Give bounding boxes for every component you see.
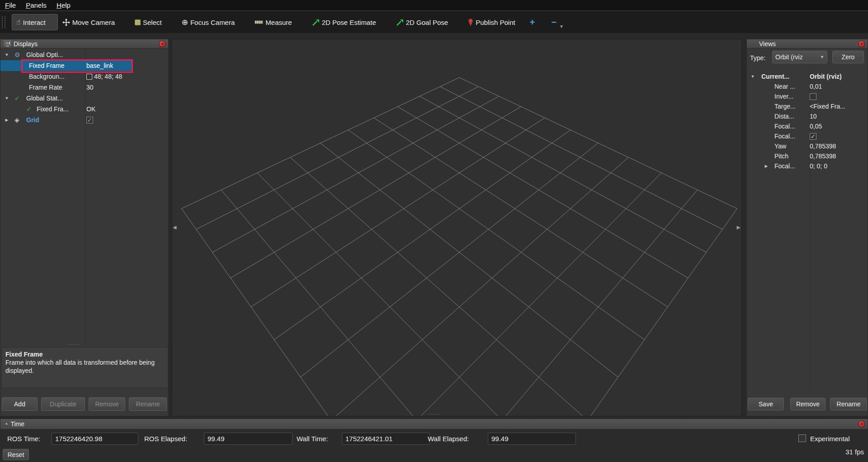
toolbar-overflow-icon[interactable]: ▼ — [559, 24, 564, 29]
displays-panel: Displays ✕ ▼ ⚙ Global Opti... Fixed Fram… — [0, 39, 169, 416]
tree-row-near-clip[interactable]: Near ... 0,01 — [747, 81, 868, 92]
remove-view-button[interactable]: Remove — [790, 398, 826, 410]
add-button[interactable]: Add — [2, 397, 38, 411]
row-value[interactable]: 10 — [810, 113, 817, 120]
horizontal-splitter-handle[interactable]: ······· — [428, 413, 440, 415]
view-type-row: Type: Orbit (rviz ▼ Zero — [747, 50, 868, 66]
toolbar-drag-handle-icon[interactable] — [2, 16, 5, 28]
remove-tool-button[interactable]: − — [551, 17, 557, 28]
invert-z-cell — [810, 93, 816, 100]
tree-row-global-status[interactable]: ▼ ✓ Global Stat... — [0, 93, 169, 104]
move-camera-label: Move Camera — [72, 19, 115, 26]
color-swatch — [86, 74, 92, 80]
zero-button[interactable]: Zero — [832, 51, 864, 63]
wall-time-field[interactable]: 1752246421.01 — [342, 433, 430, 445]
time-panel-header[interactable]: ◔ Time ✕ — [0, 419, 868, 429]
focus-camera-tool-button[interactable]: ⊕ Focus Camera — [182, 19, 235, 26]
expander-closed-icon[interactable]: ▶ — [764, 164, 769, 168]
add-tool-button[interactable]: + — [530, 17, 535, 28]
menu-help[interactable]: Help — [52, 1, 75, 10]
menu-file[interactable]: File — [0, 1, 21, 10]
toolbar: ☝ Interact Move Camera Select ⊕ Focus Ca… — [0, 11, 868, 33]
select-tool-button[interactable]: Select — [135, 19, 162, 26]
measure-tool-button[interactable]: Measure — [255, 19, 292, 26]
close-icon[interactable]: ✕ — [159, 41, 165, 47]
duplicate-button[interactable]: Duplicate — [41, 397, 85, 411]
ros-time-field[interactable]: 1752246420.98 — [52, 433, 138, 445]
green-arrow-icon — [396, 19, 404, 26]
tree-row-yaw[interactable]: Yaw 0,785398 — [747, 141, 868, 152]
wall-elapsed-field[interactable]: 99.49 — [488, 433, 576, 445]
row-label: Grid — [26, 116, 39, 124]
tree-row-fixed-frame-status[interactable]: ✓ Fixed Fra... OK — [0, 104, 169, 114]
expander-closed-icon[interactable]: ▶ — [4, 118, 9, 122]
tree-row-pitch[interactable]: Pitch 0,785398 — [747, 151, 868, 162]
remove-button[interactable]: Remove — [89, 397, 125, 411]
tree-row-fixed-frame[interactable]: Fixed Frame base_link — [0, 60, 169, 71]
row-label: Fixed Fra... — [37, 105, 69, 113]
close-icon[interactable]: ✕ — [859, 421, 865, 427]
save-view-button[interactable]: Save — [748, 398, 784, 410]
ros-elapsed-field[interactable]: 99.49 — [204, 433, 292, 445]
ruler-icon — [255, 20, 263, 24]
expander-open-icon[interactable]: ▼ — [750, 74, 755, 79]
tree-row-invert-z[interactable]: Inver... — [747, 91, 868, 102]
expander-open-icon[interactable]: ▼ — [4, 52, 9, 57]
panel-splitter-handle[interactable]: ······· — [68, 343, 81, 345]
publish-point-tool-button[interactable]: Publish Point — [468, 19, 515, 26]
tree-row-frame-rate[interactable]: Frame Rate 30 — [0, 82, 169, 93]
menu-panels[interactable]: Panels — [21, 1, 52, 10]
tree-row-target-frame[interactable]: Targe... <Fixed Fra... — [747, 101, 868, 112]
rename-view-button[interactable]: Rename — [830, 398, 867, 410]
collapse-left-panel-icon[interactable]: ◀ — [173, 224, 176, 230]
fixed-frame-value[interactable]: base_link — [86, 62, 113, 69]
frame-rate-value[interactable]: 30 — [86, 84, 94, 91]
render-viewport[interactable]: ◀ ▶ — [172, 39, 742, 416]
ros-time-value: 1752246420.98 — [55, 435, 102, 443]
row-label: Dista... — [774, 113, 794, 120]
background-color-value[interactable]: 48; 48; 48 — [86, 73, 122, 80]
row-value[interactable]: 0,785398 — [810, 143, 836, 150]
reset-button[interactable]: Reset — [3, 449, 29, 460]
row-value[interactable]: 0; 0; 0 — [810, 162, 827, 170]
row-value[interactable]: <Fixed Fra... — [810, 103, 845, 110]
experimental-label: Experimental — [810, 435, 850, 443]
checkbox-checked[interactable]: ✓ — [86, 117, 93, 124]
map-pin-icon — [468, 19, 473, 26]
pose-estimate-tool-button[interactable]: 2D Pose Estimate — [312, 19, 376, 26]
collapse-right-panel-icon[interactable]: ▶ — [737, 224, 741, 230]
tree-row-grid[interactable]: ▶ ◈ Grid ✓ — [0, 114, 169, 125]
views-panel-header[interactable]: Views ✕ — [747, 39, 868, 48]
green-arrow-icon — [312, 19, 320, 26]
type-label: Type: — [750, 54, 765, 62]
row-value[interactable]: 0,785398 — [810, 152, 836, 160]
checkbox-unchecked[interactable] — [810, 93, 816, 100]
time-panel-title: Time — [10, 420, 24, 428]
goal-pose-tool-button[interactable]: 2D Goal Pose — [396, 19, 448, 26]
tree-row-focal-point[interactable]: ▶ Focal... 0; 0; 0 — [747, 161, 868, 171]
row-label: Backgroun... — [29, 73, 65, 80]
select-label: Select — [143, 19, 162, 26]
interact-tool-button[interactable]: ☝ Interact — [12, 14, 58, 30]
checkbox-checked[interactable]: ✓ — [810, 133, 816, 140]
expander-open-icon[interactable]: ▼ — [4, 96, 9, 100]
view-type-combobox[interactable]: Orbit (rviz ▼ — [772, 51, 827, 63]
displays-panel-header[interactable]: Displays ✕ — [0, 39, 168, 48]
rename-button[interactable]: Rename — [129, 397, 167, 411]
tree-row-distance[interactable]: Dista... 10 — [747, 111, 868, 122]
move-camera-tool-button[interactable]: Move Camera — [62, 19, 115, 26]
row-value[interactable]: 0,01 — [810, 83, 822, 90]
tree-row-global-options[interactable]: ▼ ⚙ Global Opti... — [0, 49, 169, 60]
tree-row-current-view[interactable]: ▼ Current... Orbit (rviz) — [747, 71, 868, 82]
row-value[interactable]: 0,05 — [810, 123, 822, 130]
row-value: Orbit (rviz) — [810, 73, 842, 80]
fps-counter: 31 fps — [845, 448, 864, 456]
close-icon[interactable]: ✕ — [859, 41, 865, 47]
publish-point-label: Publish Point — [476, 19, 515, 26]
experimental-checkbox[interactable] — [798, 434, 806, 442]
tree-row-background-color[interactable]: Backgroun... 48; 48; 48 — [0, 71, 169, 82]
tree-row-focal-shape-fixed[interactable]: Focal... ✓ — [747, 131, 868, 142]
tree-row-focal-shape-size[interactable]: Focal... 0,05 — [747, 121, 868, 132]
description-body: Frame into which all data is transformed… — [5, 358, 164, 375]
displays-buttons: Add Duplicate Remove Rename — [2, 397, 167, 411]
